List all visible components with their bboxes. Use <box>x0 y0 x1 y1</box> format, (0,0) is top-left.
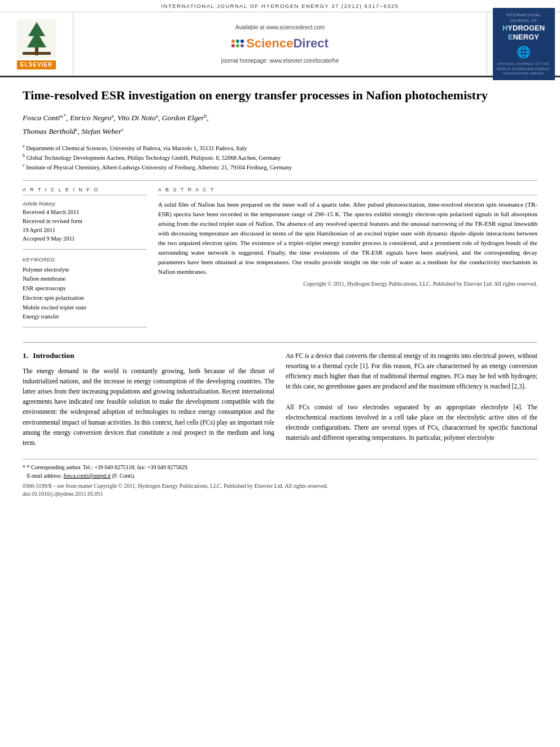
abstract-label: A B S T R A C T <box>158 186 537 196</box>
sd-dot-4 <box>231 44 235 47</box>
footnote-email-label: E-mail address: <box>27 473 62 479</box>
keyword-5: Mobile excited triplet state <box>23 304 147 312</box>
header-divider <box>23 180 537 181</box>
svg-rect-3 <box>23 52 51 55</box>
footnote-copyright: 0360-3199/$ – see front matter Copyright… <box>23 482 537 490</box>
keyword-4: Electron spin polarization <box>23 294 147 303</box>
revised-date: 19 April 2011 <box>23 226 147 235</box>
abstract-text: A solid film of Nafion has been prepared… <box>158 200 537 277</box>
sd-dot-1 <box>231 40 235 43</box>
authors-text: Fosca Contia,*, Enrico Negroa, Vito Di N… <box>23 113 209 135</box>
affiliations: a Department of Chemical Sciences, Unive… <box>23 143 537 172</box>
hydrogen-journal-top: International Journal of <box>496 12 552 24</box>
sd-dot-5 <box>236 44 239 47</box>
hydrogen-journal-box: International Journal of HYDROGENENERGY … <box>487 12 560 76</box>
article-history-group: Article history: Received 4 March 2011 R… <box>23 200 147 243</box>
hydrogen-journal-sub: Official Journal of theWorld Hydrogen En… <box>496 62 552 76</box>
article-info-label: A R T I C L E I N F O <box>23 186 147 196</box>
abstract-column: A B S T R A C T A solid film of Nafion h… <box>158 186 537 333</box>
publisher-header: ELSEVIER Available at www.sciencedirect.… <box>0 12 560 77</box>
keywords-label: Keywords: <box>23 256 147 264</box>
journal-header-bar: International Journal of Hydrogen Energy… <box>0 0 560 12</box>
main-content: Time-resolved ESR investigation on energ… <box>0 77 560 508</box>
affiliation-b: b Global Technology Development Aachen, … <box>23 152 537 162</box>
sciencedirect-logo: ScienceDirect <box>231 35 329 53</box>
hydrogen-journal-globe: 🌐 <box>496 44 552 60</box>
keyword-1: Polymer electrolyte <box>23 266 147 274</box>
elsevier-logo-box: ELSEVIER <box>0 12 73 76</box>
affiliation-c: c Institute of Physical Chemistry, Alber… <box>23 162 537 172</box>
history-label: Article history: <box>23 200 147 207</box>
footnote-email-link[interactable]: fosca.conti@unipd.it <box>63 473 111 479</box>
footnote-doi: doi:10.1016/j.ijhydene.2011.05.051 <box>23 490 537 498</box>
keyword-2: Nafion membrane <box>23 275 147 283</box>
keywords-divider <box>23 249 147 250</box>
footnote-corresponding: * * Corresponding author. Tel.: +39 049 … <box>23 463 537 471</box>
sd-dots-icon <box>231 40 244 47</box>
keyword-6: Energy transfer <box>23 313 147 321</box>
section-1-heading: 1.Introduction <box>23 351 274 361</box>
body-col-left: 1.Introduction The energy demand in the … <box>23 351 274 448</box>
sd-dot-3 <box>240 40 244 43</box>
footnote-email-suffix: (F. Conti). <box>112 473 135 479</box>
hydrogen-journal-inner: International Journal of HYDROGENENERGY … <box>493 8 555 80</box>
sd-dot-2 <box>236 40 239 43</box>
article-info-abstract: A R T I C L E I N F O Article history: R… <box>23 186 537 333</box>
article-info-column: A R T I C L E I N F O Article history: R… <box>23 186 147 333</box>
section-number: 1. <box>23 351 28 360</box>
section-1-col1-text: The energy demand in the world is consta… <box>23 366 274 448</box>
body-col-right: An FC is a device that converts the chem… <box>286 351 537 448</box>
footnote-star: * <box>23 464 25 470</box>
affiliation-a: a Department of Chemical Sciences, Unive… <box>23 143 537 152</box>
accepted-date: Accepted 9 May 2011 <box>23 235 147 243</box>
footnote-corresponding-text: * Corresponding author. Tel.: +39 049 82… <box>27 464 189 470</box>
journal-homepage-text: journal homepage: www.elsevier.com/locat… <box>221 57 339 65</box>
received-date: Received 4 March 2011 <box>23 208 147 217</box>
footnote-email-line: E-mail address: fosca.conti@unipd.it (F.… <box>23 471 537 480</box>
body-divider <box>23 342 537 343</box>
sciencedirect-center: Available at www.sciencedirect.com Scien… <box>73 12 487 76</box>
elsevier-logo: ELSEVIER <box>17 19 56 69</box>
journal-header-text: International Journal of Hydrogen Energy… <box>161 3 399 9</box>
elsevier-tree-icon <box>17 19 56 59</box>
elsevier-label: ELSEVIER <box>17 60 56 69</box>
sciencedirect-wordmark: ScienceDirect <box>246 35 329 53</box>
abstract-copyright: Copyright © 2011, Hydrogen Energy Public… <box>158 280 537 288</box>
article-title: Time-resolved ESR investigation on energ… <box>23 88 537 104</box>
section-title: Introduction <box>33 351 74 360</box>
section-1-col2-text: An FC is a device that converts the chem… <box>286 351 537 443</box>
sd-dot-6 <box>240 44 244 47</box>
keywords-bottom-divider <box>23 327 147 327</box>
hydrogen-journal-main: HYDROGENENERGY <box>496 24 552 41</box>
authors: Fosca Contia,*, Enrico Negroa, Vito Di N… <box>23 112 537 138</box>
available-at-text: Available at www.sciencedirect.com <box>235 24 325 32</box>
keyword-3: ESR spectroscopy <box>23 285 147 293</box>
section-1-content: 1.Introduction The energy demand in the … <box>23 351 537 448</box>
footnote-section: * * Corresponding author. Tel.: +39 049 … <box>23 459 537 498</box>
received-revised-label: Received in revised form <box>23 217 147 226</box>
